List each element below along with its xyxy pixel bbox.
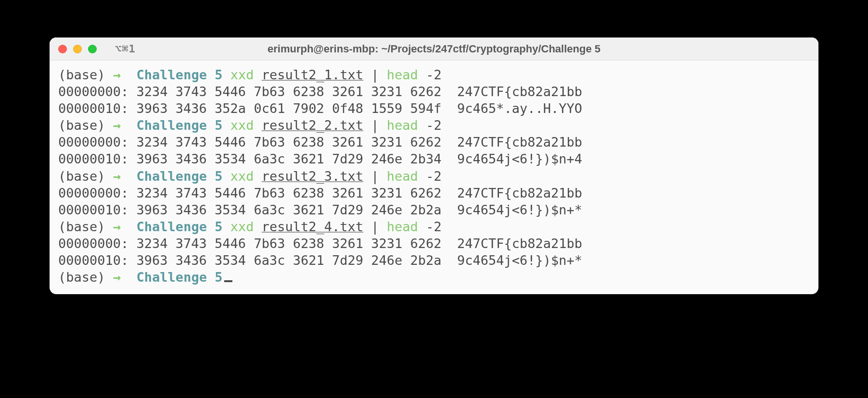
command-file: result2_1.txt bbox=[262, 67, 363, 82]
command-name: xxd bbox=[230, 67, 254, 82]
pipe-icon: | bbox=[371, 219, 379, 234]
minimize-icon[interactable] bbox=[73, 45, 82, 53]
command-file: result2_4.txt bbox=[262, 219, 363, 234]
command-arg: -2 bbox=[426, 169, 442, 184]
window-titlebar: ⌥⌘1 erimurph@erins-mbp: ~/Projects/247ct… bbox=[50, 37, 818, 61]
output-line: 00000010: 3963 3436 3534 6a3c 3621 7d29 … bbox=[58, 201, 810, 218]
prompt-arrow-icon: → bbox=[113, 169, 121, 184]
command-name: xxd bbox=[230, 219, 254, 234]
output-line: 00000010: 3963 3436 3534 6a3c 3621 7d29 … bbox=[58, 150, 810, 167]
output-line: 00000010: 3963 3436 352a 0c61 7902 0f48 … bbox=[58, 100, 810, 117]
command-name: head bbox=[387, 67, 418, 82]
prompt-cwd: Challenge 5 bbox=[137, 118, 223, 133]
command-name: xxd bbox=[230, 118, 254, 133]
cursor-icon bbox=[224, 280, 232, 282]
prompt-cwd: Challenge 5 bbox=[137, 67, 223, 82]
prompt-cwd: Challenge 5 bbox=[137, 219, 223, 234]
command-name: head bbox=[387, 169, 418, 184]
prompt-line: (base) → Challenge 5 xxd result2_1.txt |… bbox=[58, 66, 810, 83]
prompt-env: (base) bbox=[58, 270, 105, 285]
pipe-icon: | bbox=[371, 169, 379, 184]
output-line: 00000000: 3234 3743 5446 7b63 6238 3261 … bbox=[58, 83, 810, 100]
fullscreen-icon[interactable] bbox=[88, 45, 97, 53]
command-arg: -2 bbox=[426, 67, 442, 82]
prompt-line: (base) → Challenge 5 xxd result2_2.txt |… bbox=[58, 117, 810, 134]
pipe-icon: | bbox=[371, 67, 379, 82]
prompt-env: (base) bbox=[58, 169, 105, 184]
command-file: result2_3.txt bbox=[262, 169, 363, 184]
output-line: 00000000: 3234 3743 5446 7b63 6238 3261 … bbox=[58, 235, 810, 252]
prompt-arrow-icon: → bbox=[113, 270, 121, 285]
prompt-line: (base) → Challenge 5 xxd result2_3.txt |… bbox=[58, 168, 810, 185]
prompt-line: (base) → Challenge 5 xxd result2_4.txt |… bbox=[58, 218, 810, 235]
prompt-cwd: Challenge 5 bbox=[137, 169, 223, 184]
command-arg: -2 bbox=[426, 219, 442, 234]
command-name: xxd bbox=[230, 169, 254, 184]
traffic-lights bbox=[58, 45, 97, 53]
terminal-content[interactable]: (base) → Challenge 5 xxd result2_1.txt |… bbox=[50, 61, 818, 294]
close-icon[interactable] bbox=[58, 45, 67, 53]
output-line: 00000000: 3234 3743 5446 7b63 6238 3261 … bbox=[58, 185, 810, 201]
prompt-env: (base) bbox=[58, 219, 105, 234]
window-title: erimurph@erins-mbp: ~/Projects/247ctf/Cr… bbox=[268, 43, 600, 55]
prompt-cwd: Challenge 5 bbox=[137, 270, 223, 285]
prompt-arrow-icon: → bbox=[113, 118, 121, 133]
prompt-env: (base) bbox=[58, 67, 105, 82]
pipe-icon: | bbox=[371, 118, 379, 133]
command-file: result2_2.txt bbox=[262, 118, 363, 133]
command-name: head bbox=[387, 118, 418, 133]
prompt-arrow-icon: → bbox=[113, 219, 121, 234]
tab-indicator: ⌥⌘1 bbox=[115, 43, 136, 55]
command-name: head bbox=[387, 219, 418, 234]
prompt-line[interactable]: (base) → Challenge 5 bbox=[58, 269, 810, 286]
prompt-env: (base) bbox=[58, 118, 105, 133]
terminal-window: ⌥⌘1 erimurph@erins-mbp: ~/Projects/247ct… bbox=[50, 37, 818, 294]
command-arg: -2 bbox=[426, 118, 442, 133]
output-line: 00000000: 3234 3743 5446 7b63 6238 3261 … bbox=[58, 134, 810, 150]
output-line: 00000010: 3963 3436 3534 6a3c 3621 7d29 … bbox=[58, 252, 810, 269]
prompt-arrow-icon: → bbox=[113, 67, 121, 82]
